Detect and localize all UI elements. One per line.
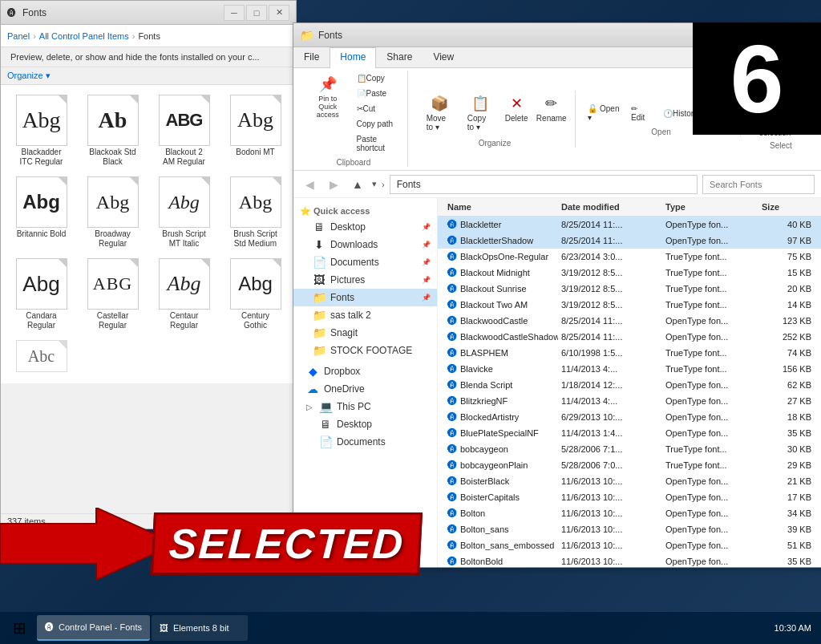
red-arrow-svg [0, 508, 176, 580]
fe-folder-icon: 📁 [300, 29, 313, 42]
cp-maximize-button[interactable]: □ [246, 5, 267, 21]
sidebar-item-desktop[interactable]: 🖥 Desktop 📌 [293, 218, 437, 236]
cp-minimize-button[interactable]: ─ [224, 5, 245, 21]
col-size[interactable]: Size [758, 200, 815, 213]
file-row[interactable]: 🅐 BLASPHEM 6/10/1998 1:5... TrueType fon… [438, 345, 821, 361]
font-item[interactable]: Abg CentaurRegular [150, 255, 218, 334]
file-row[interactable]: 🅐 BlackwoodCastleShadow 8/25/2014 11:...… [438, 329, 821, 345]
sidebar-item-downloads[interactable]: ⬇ Downloads 📌 [293, 236, 437, 253]
sidebar-item-sas-talk[interactable]: 📁 sas talk 2 [293, 306, 437, 324]
file-row[interactable]: 🅐 Blackout Sunrise 3/19/2012 8:5... True… [438, 281, 821, 297]
delete-button[interactable]: ✕ Delete [502, 91, 531, 136]
font-item[interactable]: Abg CenturyGothic [221, 255, 289, 334]
font-item[interactable]: Abg BroadwayRegular [79, 173, 147, 252]
file-row[interactable]: 🅐 BlackletterShadow 8/25/2014 11:... Ope… [438, 233, 821, 249]
ribbon-tab-home[interactable]: Home [330, 47, 376, 68]
pin-to-quick-access-button[interactable]: 📌 Pin to Quickaccess [306, 71, 350, 155]
file-type: OpenType fon... [662, 427, 758, 439]
file-type: OpenType fon... [662, 379, 758, 391]
file-row[interactable]: 🅐 BoisterBlack 11/6/2013 10:... OpenType… [438, 473, 821, 489]
rename-button[interactable]: ✏ Rename [534, 91, 568, 136]
file-row[interactable]: 🅐 Blackout Two AM 3/19/2012 8:5... TrueT… [438, 297, 821, 313]
font-item[interactable]: Abg Bodoni MT [221, 91, 289, 170]
file-type-icon: 🅐 [447, 476, 457, 487]
breadcrumb-panel[interactable]: Panel [7, 31, 30, 41]
font-item[interactable]: ABG Blackout 2AM Regular [150, 91, 218, 170]
file-row[interactable]: 🅐 Bolton_sans_embossed 11/6/2013 10:... … [438, 537, 821, 553]
copy-to-button[interactable]: 📋 Copy to ▾ [462, 91, 499, 136]
file-row[interactable]: 🅐 Bolton 11/6/2013 10:... OpenType fon..… [438, 505, 821, 521]
copy-label: Copy [366, 74, 385, 83]
address-bar[interactable] [390, 175, 698, 194]
file-size: 17 KB [758, 492, 815, 503]
up-button[interactable]: ▲ [348, 175, 367, 194]
file-name: BluePlateSpecialNF [460, 428, 539, 438]
ribbon-tab-share[interactable]: Share [376, 47, 423, 68]
taskbar-item-elements[interactable]: 🖼 Elements 8 bit [152, 615, 248, 641]
file-row[interactable]: 🅐 Blenda Script 1/18/2014 12:... OpenTyp… [438, 377, 821, 393]
file-row[interactable]: 🅐 Blackletter 8/25/2014 11:... OpenType … [438, 217, 821, 233]
sidebar-item-dropbox[interactable]: ◆ Dropbox [293, 363, 437, 380]
start-button[interactable]: ⊞ [3, 615, 35, 641]
font-item[interactable]: Ab Blackoak StdBlack [79, 91, 147, 170]
file-row[interactable]: 🅐 BlitzkriegNF 11/4/2013 4:... OpenType … [438, 393, 821, 409]
back-button[interactable]: ◀ [300, 175, 319, 194]
file-name: BlockedArtistry [460, 412, 519, 422]
file-row[interactable]: 🅐 BlockedArtistry 6/29/2013 10:... OpenT… [438, 409, 821, 425]
file-type-icon: 🅐 [447, 508, 457, 519]
expand-icon: ▷ [306, 403, 313, 411]
font-label: BroadwayRegular [95, 229, 130, 249]
file-row[interactable]: 🅐 Blackout Midnight 3/19/2012 8:5... Tru… [438, 265, 821, 281]
file-row[interactable]: 🅐 BluePlateSpecialNF 11/4/2013 1:4... Op… [438, 425, 821, 441]
cut-button[interactable]: ✂ Cut [353, 102, 401, 115]
file-row[interactable]: 🅐 BlackwoodCastle 8/25/2014 11:... OpenT… [438, 313, 821, 329]
file-size: 15 KB [758, 267, 815, 278]
file-row[interactable]: 🅐 bobcaygeonPlain 5/28/2006 7:0... TrueT… [438, 457, 821, 473]
sidebar-item-fonts[interactable]: 📁 Fonts 📌 [293, 289, 437, 306]
col-type[interactable]: Type [662, 200, 758, 213]
sidebar-item-snagit[interactable]: 📁 Snagit [293, 324, 437, 342]
ribbon-tab-view[interactable]: View [423, 47, 464, 68]
font-item[interactable]: Abg CandaraRegular [7, 255, 75, 334]
edit-button[interactable]: ✏ Edit [627, 102, 656, 124]
search-input[interactable] [702, 175, 815, 194]
font-item[interactable]: Abg BlackadderITC Regular [7, 91, 75, 170]
font-item[interactable]: Abg Brush ScriptStd Medium [221, 173, 289, 252]
font-icon: Abg [159, 258, 210, 310]
paste-shortcut-button[interactable]: Paste shortcut [353, 132, 401, 155]
sidebar-item-this-pc[interactable]: ▷ 💻 This PC [293, 398, 437, 415]
open-button[interactable]: 🔓 Open ▾ [584, 102, 624, 124]
col-date[interactable]: Date modified [558, 200, 662, 213]
paste-button[interactable]: 📄 Paste [353, 87, 401, 100]
sidebar-item-this-pc-desktop[interactable]: 🖥 Desktop [293, 415, 437, 433]
move-to-button[interactable]: 📦 Move to ▾ [421, 91, 459, 136]
history-button[interactable]: 🕐 History [659, 102, 696, 124]
sidebar-item-stock-footage[interactable]: 📁 STOCK FOOTAGE [293, 342, 437, 359]
font-item[interactable]: Abg Britannic Bold [7, 173, 75, 252]
sidebar-item-pictures[interactable]: 🖼 Pictures 📌 [293, 271, 437, 289]
breadcrumb-all-control[interactable]: All Control Panel Items [39, 31, 129, 41]
taskbar-item-control-panel[interactable]: 🅐 Control Panel - Fonts [37, 615, 150, 641]
file-row[interactable]: 🅐 bobcaygeon 5/28/2006 7:1... TrueType f… [438, 441, 821, 457]
file-type-icon: 🅐 [447, 331, 457, 342]
col-name[interactable]: Name [444, 200, 558, 213]
sidebar-item-onedrive[interactable]: ☁ OneDrive [293, 380, 437, 398]
file-row[interactable]: 🅐 Blavicke 11/4/2013 4:... TrueType font… [438, 361, 821, 377]
font-item[interactable]: Abc [7, 337, 75, 377]
file-row[interactable]: 🅐 BoltonBold 11/6/2013 10:... OpenType f… [438, 553, 821, 568]
font-item[interactable]: Abg Brush ScriptMT Italic [150, 173, 218, 252]
file-row[interactable]: 🅐 BoisterCapitals 11/6/2013 10:... OpenT… [438, 489, 821, 505]
taskbar: ⊞ 🅐 Control Panel - Fonts 🖼 Elements 8 b… [0, 612, 821, 644]
copy-button[interactable]: 📋 Copy [353, 71, 401, 85]
file-row[interactable]: 🅐 BlackOpsOne-Regular 6/23/2014 3:0... T… [438, 249, 821, 265]
cp-close-button[interactable]: ✕ [269, 5, 289, 21]
font-item[interactable]: ABG CastellarRegular [79, 255, 147, 334]
ribbon-tab-file[interactable]: File [293, 47, 330, 68]
copy-path-button[interactable]: Copy path [353, 117, 401, 131]
cp-organize-toolbar[interactable]: Organize ▾ [1, 67, 296, 85]
file-row[interactable]: 🅐 Bolton_sans 11/6/2013 10:... OpenType … [438, 521, 821, 537]
forward-button[interactable]: ▶ [324, 175, 343, 194]
ribbon-buttons: 📦 Move to ▾ 📋 Copy to ▾ ✕ Delete ✏ Renam… [421, 91, 569, 136]
sidebar-item-this-pc-documents[interactable]: 📄 Documents [293, 433, 437, 451]
sidebar-item-documents[interactable]: 📄 Documents 📌 [293, 253, 437, 271]
